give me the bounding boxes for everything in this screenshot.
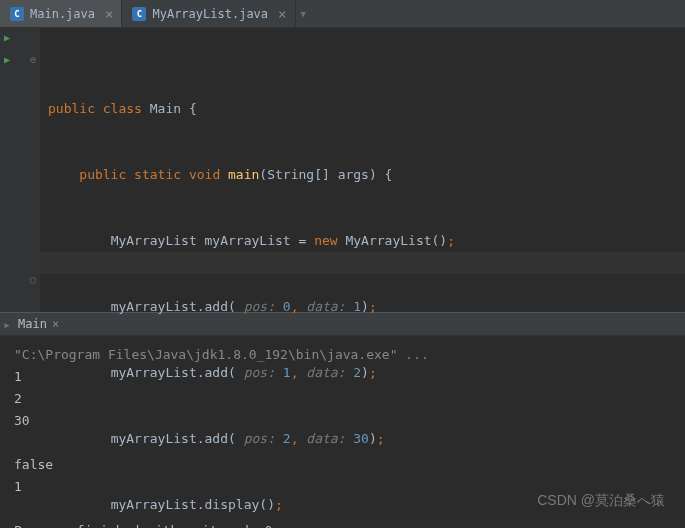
breakpoint-icon[interactable]: ○ (30, 274, 36, 285)
editor-tabs: C Main.java × C MyArrayList.java × ▼ (0, 0, 685, 28)
run-icon[interactable]: ▶ (4, 32, 10, 43)
tab-main[interactable]: C Main.java × (0, 0, 122, 27)
code-editor[interactable]: ▶ ▶ ⊖ ○ public class Main { public stati… (0, 28, 685, 312)
current-line-highlight (40, 252, 685, 274)
java-icon: C (132, 7, 146, 21)
code-area[interactable]: public class Main { public static void m… (40, 28, 685, 312)
tab-label: Main.java (30, 7, 95, 21)
close-icon[interactable]: × (105, 6, 113, 22)
tab-label: MyArrayList.java (152, 7, 268, 21)
tabs-dropdown[interactable]: ▼ (296, 0, 311, 27)
gutter: ▶ ▶ ⊖ ○ (0, 28, 40, 312)
tab-myarraylist[interactable]: C MyArrayList.java × (122, 0, 295, 27)
collapse-icon[interactable]: ▸ (0, 317, 8, 332)
run-icon[interactable]: ▶ (4, 54, 10, 65)
chevron-down-icon: ▼ (301, 9, 306, 19)
java-icon: C (10, 7, 24, 21)
close-icon[interactable]: × (278, 6, 286, 22)
fold-icon[interactable]: ⊖ (30, 54, 36, 65)
